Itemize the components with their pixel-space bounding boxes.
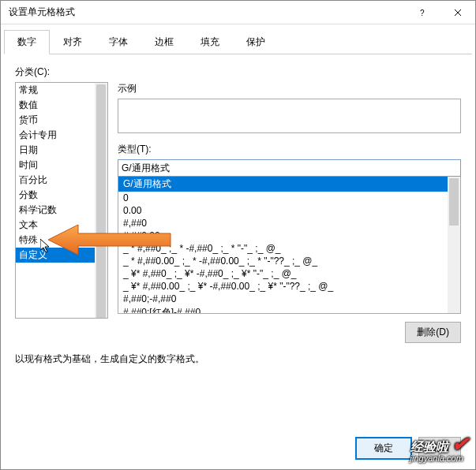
category-item[interactable]: 文本: [16, 218, 107, 233]
type-item[interactable]: _ * #,##0_ ;_ * -#,##0_ ;_ * "-"_ ;_ @_: [118, 242, 460, 255]
type-item[interactable]: G/通用格式: [118, 177, 460, 192]
category-column: 常规 数值 货币 会计专用 日期 时间 百分比 分数 科学记数 文本 特殊 自定…: [15, 82, 108, 343]
close-icon: [454, 9, 462, 17]
category-scrollbar[interactable]: [95, 83, 107, 318]
type-label: 类型(T):: [118, 143, 461, 156]
tab-protection[interactable]: 保护: [233, 30, 279, 54]
sample-label: 示例: [118, 82, 461, 95]
tab-strip: 数字 对齐 字体 边框 填充 保护: [4, 24, 472, 54]
right-column: 示例 类型(T): G/通用格式 0 0.00 #,##0 #,##0.00 _…: [118, 82, 461, 343]
category-item[interactable]: 货币: [16, 113, 107, 128]
category-label: 分类(C):: [15, 65, 461, 79]
window-title: 设置单元格格式: [9, 6, 404, 19]
question-icon: ?: [418, 9, 426, 17]
type-item[interactable]: #,##0.00: [118, 229, 460, 242]
tab-number[interactable]: 数字: [4, 30, 50, 54]
type-item[interactable]: #,##0;[红色]-#,##0: [118, 305, 460, 313]
titlebar: 设置单元格格式 ?: [1, 1, 475, 24]
type-item[interactable]: 0: [118, 192, 460, 204]
tab-font[interactable]: 字体: [96, 30, 141, 54]
type-item[interactable]: #,##0;-#,##0: [118, 293, 460, 305]
titlebar-controls: ?: [404, 1, 475, 24]
tab-border[interactable]: 边框: [141, 30, 187, 54]
category-item[interactable]: 日期: [16, 143, 107, 158]
format-cells-dialog: 设置单元格格式 ? 数字 对齐 字体 边框 填充 保护 分类(C): 常规 数值: [0, 0, 476, 470]
main-row: 常规 数值 货币 会计专用 日期 时间 百分比 分数 科学记数 文本 特殊 自定…: [15, 82, 461, 343]
watermark-brand: 经验啦: [410, 440, 448, 453]
category-item[interactable]: 百分比: [16, 173, 107, 188]
ok-button[interactable]: 确定: [355, 437, 412, 460]
type-scrollbar[interactable]: [448, 177, 460, 313]
category-item[interactable]: 分数: [16, 188, 107, 203]
hint-text: 以现有格式为基础，生成自定义的数字格式。: [15, 352, 461, 366]
category-item[interactable]: 特殊: [16, 233, 107, 248]
category-item[interactable]: 时间: [16, 158, 107, 173]
category-item[interactable]: 数值: [16, 98, 107, 113]
category-item-custom[interactable]: 自定义: [16, 248, 107, 263]
help-button[interactable]: ?: [404, 1, 440, 24]
watermark-url: jingyanla.com: [410, 453, 469, 463]
checkmark-icon: ✔: [452, 432, 469, 456]
type-listbox[interactable]: G/通用格式 0 0.00 #,##0 #,##0.00 _ * #,##0_ …: [118, 177, 461, 314]
category-item[interactable]: 科学记数: [16, 203, 107, 218]
category-item[interactable]: 常规: [16, 83, 107, 98]
type-input[interactable]: [118, 159, 461, 177]
watermark: 经验啦 ✔ jingyanla.com: [410, 432, 469, 463]
category-item[interactable]: 会计专用: [16, 128, 107, 143]
category-scroll-thumb[interactable]: [96, 84, 106, 319]
sample-box: [118, 99, 461, 133]
tab-alignment[interactable]: 对齐: [50, 30, 96, 54]
dialog-body: 分类(C): 常规 数值 货币 会计专用 日期 时间 百分比 分数 科学记数 文…: [1, 54, 475, 374]
type-item[interactable]: #,##0: [118, 217, 460, 229]
type-item[interactable]: _ ¥* #,##0.00_ ;_ ¥* -#,##0.00_ ;_ ¥* "-…: [118, 280, 460, 293]
category-listbox[interactable]: 常规 数值 货币 会计专用 日期 时间 百分比 分数 科学记数 文本 特殊 自定…: [15, 82, 108, 319]
tab-fill[interactable]: 填充: [187, 30, 233, 54]
close-button[interactable]: [440, 1, 475, 24]
svg-text:?: ?: [420, 9, 425, 17]
delete-button[interactable]: 删除(D): [405, 322, 461, 343]
delete-row: 删除(D): [118, 322, 461, 343]
type-item[interactable]: _ ¥* #,##0_ ;_ ¥* -#,##0_ ;_ ¥* "-"_ ;_ …: [118, 267, 460, 280]
type-item[interactable]: 0.00: [118, 204, 460, 217]
type-scroll-thumb[interactable]: [449, 178, 459, 226]
type-item[interactable]: _ * #,##0.00_ ;_ * -#,##0.00_ ;_ * "-"??…: [118, 255, 460, 267]
